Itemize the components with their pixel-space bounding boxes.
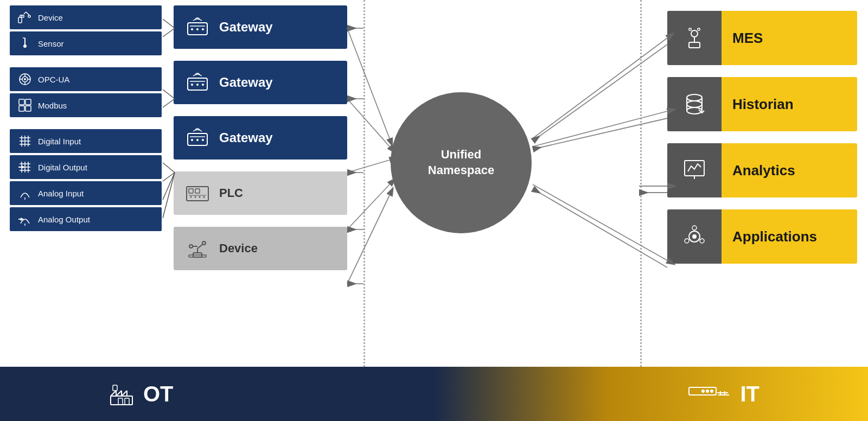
svg-rect-0 <box>18 17 22 23</box>
analytics-icon-bg <box>667 143 722 197</box>
svg-point-41 <box>191 28 193 30</box>
svg-point-51 <box>191 139 193 141</box>
svg-line-123 <box>116 391 122 396</box>
dotted-line-right <box>640 0 642 367</box>
it-label-text: IT <box>740 382 760 406</box>
svg-point-59 <box>195 196 196 198</box>
svg-rect-8 <box>23 44 27 48</box>
source-label-sensor: Sensor <box>38 39 64 48</box>
svg-line-101 <box>163 173 175 218</box>
ot-section: OT <box>108 381 174 407</box>
svg-line-105 <box>347 184 390 229</box>
middle-box-gateway-2: Gateway <box>174 61 347 104</box>
right-box-applications: Applications <box>667 209 857 264</box>
svg-point-74 <box>687 94 702 101</box>
svg-line-108 <box>533 111 667 146</box>
right-box-applications-label: Applications <box>722 228 817 245</box>
source-item-digital-input: Digital Input <box>10 129 162 153</box>
svg-rect-71 <box>698 28 700 30</box>
source-label-analog-input: Analog Input <box>38 189 84 198</box>
svg-point-43 <box>202 28 204 30</box>
svg-line-117 <box>533 44 667 141</box>
source-label-analog-output: Analog Output <box>38 215 90 224</box>
svg-point-69 <box>691 30 698 37</box>
svg-point-66 <box>202 241 206 245</box>
svg-line-98 <box>163 163 175 173</box>
svg-point-60 <box>199 196 201 198</box>
svg-point-86 <box>692 226 697 230</box>
svg-point-53 <box>202 139 204 141</box>
svg-point-132 <box>706 390 709 393</box>
source-group-1: Device Sensor <box>10 5 162 55</box>
svg-line-103 <box>347 99 390 146</box>
historian-icon-bg <box>667 77 722 131</box>
source-item-digital-output: Digital Output <box>10 155 162 179</box>
dotted-line-left <box>363 0 365 367</box>
svg-line-91 <box>689 239 690 239</box>
svg-rect-81 <box>685 161 704 176</box>
svg-point-61 <box>203 196 205 198</box>
source-label-digital-output: Digital Output <box>38 163 87 172</box>
svg-rect-19 <box>19 106 24 111</box>
svg-line-100 <box>163 173 175 200</box>
svg-line-102 <box>347 28 390 138</box>
source-label-opcua: OPC-UA <box>38 75 69 84</box>
svg-line-3 <box>26 12 29 15</box>
svg-line-2 <box>24 12 26 14</box>
svg-point-48 <box>202 84 204 86</box>
svg-point-58 <box>190 196 192 198</box>
svg-line-94 <box>163 19 175 28</box>
svg-point-85 <box>692 234 697 239</box>
svg-rect-128 <box>118 398 123 405</box>
source-label-digital-input: Digital Input <box>38 137 81 146</box>
svg-rect-70 <box>689 28 691 30</box>
left-sources: Device Sensor OPC-UA <box>10 5 162 243</box>
svg-line-121 <box>111 391 116 396</box>
it-section: IT <box>688 382 760 406</box>
middle-box-gateway-1-label: Gateway <box>219 20 273 35</box>
svg-point-77 <box>687 101 702 107</box>
svg-point-12 <box>24 78 26 80</box>
source-item-device: Device <box>10 5 162 29</box>
middle-box-device: Device <box>174 227 347 270</box>
right-box-analytics-label: Analytics <box>722 162 795 179</box>
source-item-opcua: OPC-UA <box>10 67 162 91</box>
center-circle-label: UnifiedNamespace <box>428 147 494 178</box>
svg-line-90 <box>699 239 700 239</box>
svg-line-99 <box>163 173 175 181</box>
svg-point-4 <box>28 15 30 17</box>
svg-line-125 <box>122 391 127 396</box>
middle-box-gateway-2-label: Gateway <box>219 75 273 90</box>
server-icon <box>688 383 731 405</box>
svg-line-118 <box>533 118 667 149</box>
svg-line-104 <box>347 160 390 173</box>
right-boxes: MES Historian An <box>667 11 857 276</box>
svg-rect-56 <box>195 189 200 193</box>
svg-point-133 <box>701 390 705 393</box>
svg-rect-129 <box>125 398 129 405</box>
mes-icon-bg <box>667 11 722 65</box>
middle-box-device-label: Device <box>219 241 258 256</box>
middle-boxes: Gateway Gateway Gateway <box>174 5 347 270</box>
svg-rect-20 <box>25 106 31 111</box>
ot-label-text: OT <box>143 382 174 406</box>
middle-box-plc: PLC <box>174 171 347 215</box>
source-item-analog-output: Analog Output <box>10 207 162 231</box>
middle-box-plc-label: PLC <box>219 186 243 200</box>
svg-rect-55 <box>189 189 193 193</box>
factory-icon <box>108 381 135 407</box>
svg-point-68 <box>189 245 193 248</box>
svg-marker-34 <box>22 165 25 169</box>
applications-icon-bg <box>667 209 722 264</box>
bottom-bar: OT IT <box>0 367 868 421</box>
source-item-analog-input: Analog Input <box>10 181 162 205</box>
svg-line-107 <box>533 38 667 138</box>
middle-box-gateway-3-label: Gateway <box>219 130 273 145</box>
svg-line-119 <box>533 189 667 267</box>
svg-point-46 <box>191 84 193 86</box>
right-box-mes: MES <box>667 11 857 65</box>
svg-point-88 <box>685 239 689 243</box>
svg-point-52 <box>196 139 199 141</box>
right-box-historian: Historian <box>667 77 857 131</box>
svg-point-87 <box>700 239 704 243</box>
